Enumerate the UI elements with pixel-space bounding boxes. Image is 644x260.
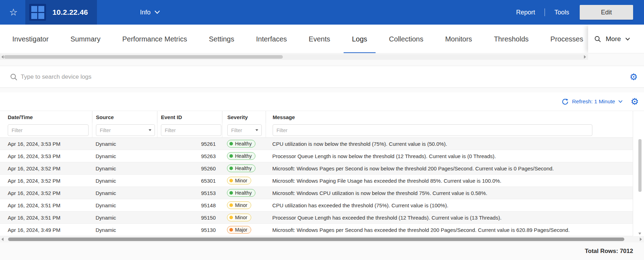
more-menu[interactable]: More xyxy=(588,25,644,53)
log-row: Apr 16, 2024, 3:53 PM Dynamic 95261 Heal… xyxy=(0,138,633,150)
filter-message-input[interactable] xyxy=(273,124,592,136)
info-dropdown-label: Info xyxy=(140,9,150,16)
tab-investigator[interactable]: Investigator xyxy=(1,25,59,53)
tab-search-icon[interactable] xyxy=(594,35,601,43)
severity-label: Major xyxy=(235,227,247,233)
scroll-left-arrow-icon[interactable] xyxy=(1,55,4,59)
log-message: Microsoft: Windows Pages per Second is n… xyxy=(266,165,633,171)
column-header-source[interactable]: Source xyxy=(92,111,157,123)
filter-source-select[interactable] xyxy=(96,124,155,136)
tab-thresholds[interactable]: Thresholds xyxy=(483,25,540,53)
severity-label: Minor xyxy=(235,215,247,220)
log-source: Dynamic xyxy=(92,190,157,196)
search-settings-gear-icon[interactable]: ⚙ xyxy=(630,72,638,82)
vertical-scrollbar-thumb[interactable] xyxy=(638,139,642,192)
column-header-severity[interactable]: Severity xyxy=(222,111,266,123)
log-event-id: 95150 xyxy=(157,215,222,221)
log-datetime: Apr 16, 2024, 3:51 PM xyxy=(0,202,92,208)
scroll-down-arrow-icon[interactable] xyxy=(638,233,641,235)
log-message: Microsoft: Windows CPU utilization is no… xyxy=(266,190,633,196)
log-source: Dynamic xyxy=(92,227,157,233)
log-datetime: Apr 16, 2024, 3:52 PM xyxy=(0,190,92,196)
log-message: Microsoft: Windows Pages per Second has … xyxy=(266,227,633,233)
severity-dot-icon xyxy=(229,191,233,195)
tab-logs[interactable]: Logs xyxy=(341,25,378,53)
severity-pill: Major xyxy=(227,226,251,234)
filter-datetime-input[interactable] xyxy=(8,124,89,136)
severity-pill: Healthy xyxy=(227,140,255,148)
severity-pill: Minor xyxy=(227,201,251,209)
log-event-id: 95153 xyxy=(157,190,222,196)
favorite-star-icon[interactable]: ☆ xyxy=(9,8,18,17)
report-button[interactable]: Report xyxy=(516,9,535,16)
log-row: Apr 16, 2024, 3:53 PM Dynamic 95263 Heal… xyxy=(0,150,633,162)
refresh-interval-dropdown[interactable]: Refresh: 1 Minute xyxy=(561,98,622,105)
tab-interfaces[interactable]: Interfaces xyxy=(245,25,298,53)
log-source: Dynamic xyxy=(92,202,157,208)
chevron-down-icon xyxy=(155,11,160,14)
filter-severity-select[interactable] xyxy=(227,124,262,136)
status-bar: Total Rows: 7012 xyxy=(0,242,644,260)
log-source: Dynamic xyxy=(92,153,157,159)
tab-settings[interactable]: Settings xyxy=(198,25,245,53)
total-rows-label: Total Rows: 7012 xyxy=(585,248,633,255)
log-datetime: Apr 16, 2024, 3:51 PM xyxy=(0,215,92,221)
topbar-actions: Report Tools Edit xyxy=(516,5,644,20)
edit-button[interactable]: Edit xyxy=(580,5,633,20)
tab-collections[interactable]: Collections xyxy=(378,25,434,53)
tabs-scrollbar-track[interactable] xyxy=(0,54,588,60)
tools-button[interactable]: Tools xyxy=(554,9,569,16)
log-message: Processor Queue Length has exceeded the … xyxy=(266,215,633,221)
log-event-id: 95130 xyxy=(157,227,222,233)
logs-panel: Refresh: 1 Minute ⚙ Date/Time Source Eve… xyxy=(0,92,644,242)
log-datetime: Apr 16, 2024, 3:52 PM xyxy=(0,165,92,171)
log-event-id: 95260 xyxy=(157,165,222,171)
log-message: Microsoft: Windows Paging File Usage has… xyxy=(266,178,633,184)
table-settings-gear-icon[interactable]: ⚙ xyxy=(631,97,639,106)
severity-pill: Minor xyxy=(227,214,251,221)
severity-dot-icon xyxy=(229,154,233,158)
log-row: Apr 16, 2024, 3:52 PM Dynamic 95153 Heal… xyxy=(0,187,633,199)
tab-summary[interactable]: Summary xyxy=(59,25,111,53)
log-source: Dynamic xyxy=(92,165,157,171)
horizontal-scrollbar[interactable] xyxy=(0,236,644,242)
scroll-right-arrow-icon[interactable] xyxy=(640,238,642,241)
tab-performance-metrics[interactable]: Performance Metrics xyxy=(111,25,198,53)
investigator-tab-bar: InvestigatorSummaryPerformance MetricsSe… xyxy=(0,25,644,53)
filter-event-id-input[interactable] xyxy=(161,124,221,136)
log-message: CPU utilization is now below the thresho… xyxy=(266,141,633,147)
severity-dot-icon xyxy=(229,167,233,170)
chevron-down-icon xyxy=(618,100,623,103)
log-event-id: 95148 xyxy=(157,202,222,208)
search-icon xyxy=(10,73,18,81)
tab-monitors[interactable]: Monitors xyxy=(434,25,483,53)
info-dropdown[interactable]: Info xyxy=(140,9,160,16)
column-header-message[interactable]: Message xyxy=(266,111,633,123)
log-datetime: Apr 16, 2024, 3:52 PM xyxy=(0,178,92,184)
tab-processes[interactable]: Processes xyxy=(540,25,588,53)
severity-label: Minor xyxy=(235,202,247,208)
tabs-scrollbar-thumb[interactable] xyxy=(4,55,283,59)
severity-pill: Healthy xyxy=(227,189,255,197)
severity-dot-icon xyxy=(229,179,233,182)
tabs-scrollbar xyxy=(0,53,644,60)
scroll-right-arrow-icon[interactable] xyxy=(584,55,586,59)
severity-label: Healthy xyxy=(235,153,252,159)
column-header-datetime[interactable]: Date/Time xyxy=(0,111,92,123)
column-header-event-id[interactable]: Event ID xyxy=(157,111,222,123)
log-table-filter-row xyxy=(0,123,633,138)
log-table-body: Apr 16, 2024, 3:53 PM Dynamic 95261 Heal… xyxy=(0,138,633,236)
device-investigator-page: ☆ 10.2.22.46 Info Report Tools Edit Inve… xyxy=(0,0,644,260)
refresh-icon xyxy=(561,98,569,105)
severity-label: Healthy xyxy=(235,165,252,171)
list-view-icon[interactable] xyxy=(606,74,614,80)
more-label: More xyxy=(606,35,621,43)
tab-events[interactable]: Events xyxy=(298,25,341,53)
vertical-scrollbar[interactable] xyxy=(638,138,642,235)
horizontal-scrollbar-thumb[interactable] xyxy=(8,238,624,241)
scroll-left-arrow-icon[interactable] xyxy=(1,238,4,241)
log-message: CPU utilization has exceeded the thresho… xyxy=(266,202,633,208)
search-input[interactable] xyxy=(21,73,606,80)
windows-logo-icon xyxy=(29,4,46,21)
log-source: Dynamic xyxy=(92,215,157,221)
